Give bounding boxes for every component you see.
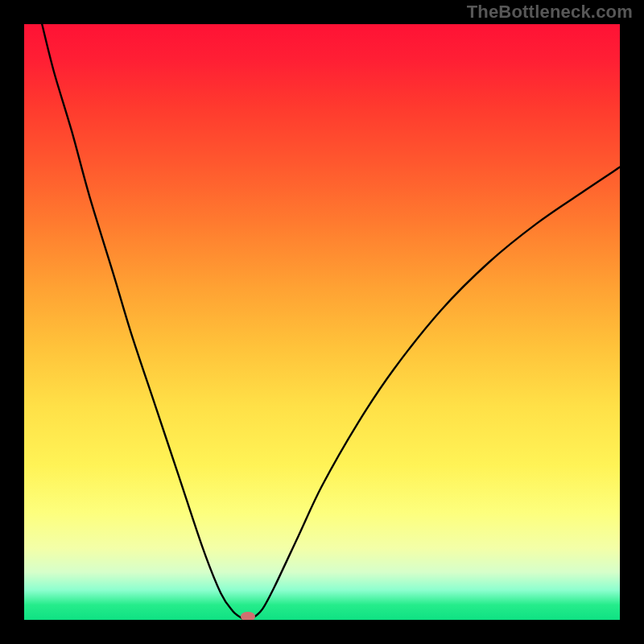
chart-frame: TheBottleneck.com bbox=[0, 0, 644, 644]
bottleneck-curve bbox=[42, 24, 620, 620]
curve-svg bbox=[24, 24, 620, 620]
plot-area bbox=[24, 24, 620, 620]
watermark-text: TheBottleneck.com bbox=[467, 2, 633, 23]
minimum-marker bbox=[241, 612, 255, 620]
